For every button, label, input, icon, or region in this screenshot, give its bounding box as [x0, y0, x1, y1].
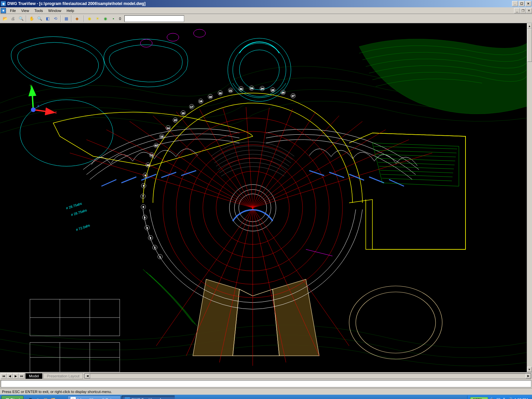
- horizontal-scrollbar[interactable]: ◀ ▶: [84, 373, 531, 379]
- svg-point-62: [349, 286, 442, 359]
- tab-first-icon[interactable]: ⏮: [1, 373, 7, 379]
- svg-text:9: 9: [145, 174, 146, 177]
- svg-line-19: [200, 109, 253, 208]
- toolbar: 📂 🖨 🔍 ✋ 🔍 ◧ ⟲ ▦ ◆ ◉ ☀ ◉ ▪ 0: [0, 14, 532, 23]
- svg-line-51: [380, 170, 453, 173]
- svg-text:# 28.75abs: # 28.75abs: [70, 208, 87, 217]
- clock[interactable]: 1:53 PM: [514, 398, 528, 399]
- svg-text:5: 5: [144, 216, 146, 219]
- plot-icon[interactable]: 🖨: [9, 15, 17, 22]
- layer-color-icon[interactable]: ▪: [110, 15, 117, 22]
- svg-line-50: [379, 166, 454, 169]
- svg-text:17: 17: [190, 105, 193, 108]
- layer-index-label: 0: [118, 17, 122, 21]
- svg-point-9: [239, 50, 279, 90]
- tab-next-icon[interactable]: ▶: [13, 373, 19, 379]
- dwg-icon: ◆: [125, 397, 130, 399]
- svg-text:14: 14: [167, 127, 170, 130]
- svg-text:11: 11: [150, 154, 153, 157]
- named-views-icon[interactable]: ▦: [63, 15, 70, 22]
- taskbar-item-dwg-trueview[interactable]: ◆ DWG TrueView - [...: [122, 396, 175, 399]
- svg-text:15: 15: [174, 119, 177, 122]
- svg-line-1: [32, 88, 33, 110]
- title-bar: ◆ DWG TrueView - [c:\program files\autoc…: [0, 0, 532, 7]
- plot-preview-icon[interactable]: 🔍: [17, 15, 25, 22]
- maximize-button[interactable]: ☐: [519, 1, 525, 6]
- windows-taskbar: ⊞Start 🖥 e ✉ 📁 » ✉ Inbox - Microsoft Out…: [0, 395, 532, 399]
- layer-3-icon[interactable]: ◉: [102, 15, 109, 22]
- layer-dropdown[interactable]: [124, 15, 184, 22]
- svg-text:12: 12: [155, 144, 158, 147]
- command-line[interactable]: [1, 380, 531, 387]
- svg-line-29: [253, 153, 432, 208]
- svg-point-42: [140, 39, 152, 47]
- open-icon[interactable]: 📂: [1, 15, 9, 22]
- svg-point-43: [167, 33, 179, 41]
- tab-prev-icon[interactable]: ◀: [7, 373, 13, 379]
- svg-text:7: 7: [142, 195, 144, 198]
- layer-1-icon[interactable]: ◉: [86, 15, 93, 22]
- svg-point-44: [194, 29, 205, 37]
- svg-point-63: [356, 292, 436, 353]
- svg-text:23: 23: [250, 87, 253, 90]
- quicklaunch-explorer-icon[interactable]: 📁: [50, 396, 57, 399]
- svg-line-0: [33, 110, 53, 112]
- start-button[interactable]: ⊞Start: [1, 396, 24, 399]
- taskbar-item-inbox[interactable]: ✉ Inbox - Microsoft Out...: [67, 396, 121, 399]
- quicklaunch-desktop-icon[interactable]: 🖥: [27, 396, 34, 399]
- svg-text:1: 1: [159, 255, 161, 258]
- svg-text:26: 26: [282, 91, 285, 94]
- mdi-minimize-button[interactable]: _: [514, 8, 520, 13]
- zoom-realtime-icon[interactable]: 🔍: [36, 15, 43, 22]
- dwg-convert-icon[interactable]: ◆: [73, 15, 80, 22]
- svg-line-27: [253, 130, 386, 208]
- svg-text:24: 24: [261, 87, 264, 90]
- svg-line-45: [374, 146, 457, 149]
- zoom-window-icon[interactable]: ◧: [44, 15, 51, 22]
- layer-2-icon[interactable]: ☀: [94, 15, 101, 22]
- minimize-button[interactable]: _: [512, 1, 518, 6]
- tab-last-icon[interactable]: ⏭: [19, 373, 25, 379]
- tray-volume-icon[interactable]: 🔊: [508, 397, 513, 399]
- quicklaunch-ie-icon[interactable]: e: [35, 396, 41, 399]
- svg-text:8: 8: [143, 184, 145, 187]
- zoom-indicator[interactable]: 100% ▾: [470, 397, 488, 399]
- svg-line-24: [253, 112, 316, 208]
- menu-window[interactable]: Window: [46, 8, 64, 13]
- ucs-icon: x y z: [20, 83, 60, 123]
- quicklaunch-outlook-icon[interactable]: ✉: [42, 396, 49, 399]
- svg-text:y: y: [30, 83, 32, 88]
- status-bar: Press ESC or ENTER to exit, or right-cli…: [0, 388, 532, 395]
- document-icon[interactable]: ◆: [1, 8, 6, 13]
- scroll-up-icon[interactable]: ▲: [527, 23, 532, 29]
- mdi-close-button[interactable]: ✕: [526, 8, 532, 13]
- zoom-previous-icon[interactable]: ⟲: [52, 15, 59, 22]
- svg-text:2: 2: [154, 246, 156, 249]
- svg-line-13: [70, 153, 253, 208]
- quicklaunch-more-icon[interactable]: »: [58, 396, 64, 399]
- close-button[interactable]: ✕: [525, 1, 531, 6]
- tray-shield-icon[interactable]: 🛡: [496, 397, 500, 399]
- tray-network-icon[interactable]: 🖧: [502, 397, 506, 399]
- mdi-restore-button[interactable]: ❐: [520, 8, 526, 13]
- svg-text:x: x: [55, 110, 57, 115]
- svg-text:19: 19: [209, 95, 212, 98]
- tab-presentation-layout[interactable]: Presentation Layout: [43, 373, 83, 379]
- scroll-down-icon[interactable]: ▼: [527, 367, 532, 372]
- status-hint: Press ESC or ENTER to exit, or right-cli…: [2, 390, 112, 394]
- drawing-canvas[interactable]: ▲ ▼ x y z: [0, 23, 532, 372]
- svg-line-46: [375, 150, 457, 153]
- menu-help[interactable]: Help: [64, 8, 77, 13]
- menu-file[interactable]: File: [7, 8, 19, 13]
- scroll-thumb[interactable]: [527, 29, 532, 62]
- tab-model[interactable]: Model: [25, 373, 43, 379]
- system-tray: 100% ▾ 🔌 🛡 🖧 🔊 1:53 PM: [467, 396, 531, 399]
- menu-tools[interactable]: Tools: [32, 8, 46, 13]
- menu-view[interactable]: View: [19, 8, 32, 13]
- tray-plug-icon[interactable]: 🔌: [490, 397, 495, 399]
- svg-text:25: 25: [271, 89, 274, 92]
- hscroll-right-icon[interactable]: ▶: [526, 374, 531, 378]
- pan-icon[interactable]: ✋: [28, 15, 35, 22]
- hscroll-left-icon[interactable]: ◀: [85, 374, 90, 378]
- vertical-scrollbar[interactable]: ▲ ▼: [527, 23, 532, 372]
